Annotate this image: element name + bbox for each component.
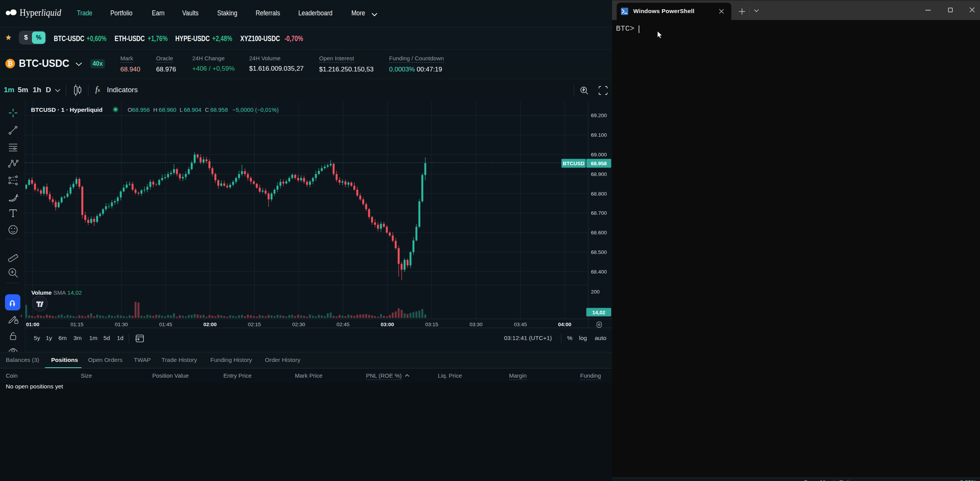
svg-text:69.100: 69.100 (591, 132, 607, 138)
svg-text:03:00: 03:00 (381, 322, 394, 327)
svg-text:BTCUSD: BTCUSD (563, 161, 584, 166)
svg-text:03:15: 03:15 (425, 322, 438, 327)
svg-text:03:45: 03:45 (514, 322, 527, 327)
svg-text:69.200: 69.200 (591, 113, 607, 118)
svg-text:01:30: 01:30 (115, 322, 128, 327)
svg-text:68.900: 68.900 (591, 171, 607, 177)
svg-text:14,02: 14,02 (592, 310, 605, 315)
svg-text:BTCUSD · 1 · Hyperliquid: BTCUSD · 1 · Hyperliquid (31, 106, 103, 113)
svg-text:02:15: 02:15 (248, 322, 261, 327)
svg-text:68.700: 68.700 (591, 210, 607, 216)
svg-text:01:15: 01:15 (70, 322, 83, 327)
svg-text:03:30: 03:30 (469, 322, 483, 327)
svg-text:Volume SMA 14,02: Volume SMA 14,02 (31, 289, 82, 296)
svg-text:01:00: 01:00 (26, 322, 40, 327)
svg-text:68.800: 68.800 (591, 191, 607, 197)
svg-text:02:30: 02:30 (292, 322, 305, 327)
svg-text:69.000: 69.000 (591, 152, 607, 158)
svg-text:04:00: 04:00 (558, 322, 572, 327)
svg-text:02:00: 02:00 (203, 322, 217, 327)
svg-text:01:45: 01:45 (159, 322, 172, 327)
svg-text:02:45: 02:45 (336, 322, 349, 327)
svg-text:68.600: 68.600 (591, 230, 607, 236)
svg-text:68.958: 68.958 (591, 161, 607, 166)
svg-text:200: 200 (591, 289, 600, 295)
svg-text:68.500: 68.500 (591, 249, 607, 255)
svg-text:68.400: 68.400 (591, 269, 607, 275)
